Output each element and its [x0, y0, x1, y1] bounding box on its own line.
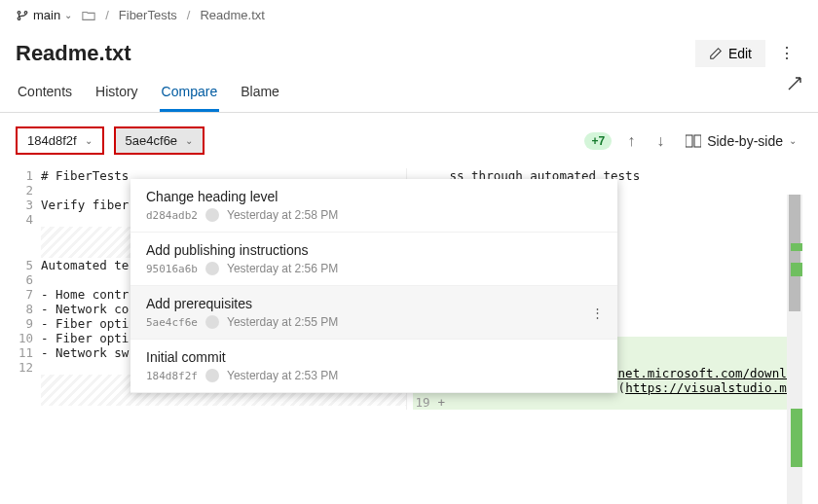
title-row: Readme.txt Edit ⋮	[0, 30, 818, 72]
svg-rect-1	[694, 135, 701, 147]
chevron-down-icon: ⌄	[64, 10, 72, 20]
commit-more-button[interactable]: ⋮	[591, 306, 604, 320]
commit-meta: 184d8f2f Yesterday at 2:53 PM	[146, 369, 602, 382]
diff-count-badge: +7	[584, 132, 612, 150]
edit-label: Edit	[728, 46, 752, 61]
tab-compare[interactable]: Compare	[160, 78, 220, 112]
commit-title: Add prerequisites	[146, 296, 602, 311]
commit-time: Yesterday at 2:55 PM	[227, 315, 338, 329]
commit-hash: d284adb2	[146, 209, 198, 222]
line-code	[450, 395, 803, 410]
breadcrumb-file[interactable]: Readme.txt	[200, 8, 264, 22]
scrollbar-thumb[interactable]	[789, 195, 800, 311]
commit-option[interactable]: Add prerequisites 5ae4cf6e Yesterday at …	[130, 286, 617, 340]
from-commit-selector[interactable]: 184d8f2f ⌄	[16, 126, 104, 155]
commit-meta: 5ae4cf6e Yesterday at 2:55 PM	[146, 315, 602, 329]
breadcrumb-folder[interactable]: FiberTests	[119, 8, 177, 22]
more-menu-button[interactable]: ⋮	[771, 38, 802, 68]
tab-bar: Contents History Compare Blame	[0, 72, 818, 113]
line-number: 6	[16, 272, 41, 287]
commit-time: Yesterday at 2:56 PM	[227, 262, 338, 275]
view-mode-label: Side-by-side	[707, 133, 783, 149]
line-number: 3	[16, 198, 41, 212]
avatar-icon	[205, 315, 219, 329]
breadcrumb-separator: /	[105, 8, 109, 22]
arrow-up-icon: ↑	[627, 132, 635, 149]
scrollbar-added-marker	[791, 243, 802, 251]
diff-marker: +	[438, 395, 450, 410]
commit-title: Change heading level	[146, 189, 602, 204]
arrow-down-icon: ↓	[656, 132, 664, 149]
commit-hash: 184d8f2f	[146, 370, 198, 382]
compare-toolbar: 184d8f2f ⌄ 5ae4cf6e ⌄ +7 ↑ ↓ Side-by-sid…	[0, 113, 818, 168]
diff-line: 19+	[413, 395, 803, 410]
diff-scrollbar[interactable]	[787, 195, 802, 504]
avatar-icon	[205, 369, 219, 382]
tab-history[interactable]: History	[93, 78, 140, 112]
branch-name: main	[33, 8, 60, 22]
line-number: 7	[16, 287, 41, 302]
line-number: 11	[16, 345, 41, 360]
line-number: 10	[16, 331, 41, 345]
chevron-down-icon: ⌄	[85, 135, 93, 146]
commit-hash: 5ae4cf6e	[146, 316, 198, 329]
svg-rect-0	[686, 135, 692, 147]
branch-selector[interactable]: main ⌄	[16, 8, 72, 22]
commit-time: Yesterday at 2:58 PM	[227, 208, 338, 222]
line-number: 4	[16, 212, 41, 227]
branch-icon	[16, 9, 29, 22]
line-number: 19	[413, 395, 438, 410]
line-number: 5	[16, 258, 41, 272]
pencil-icon	[709, 47, 723, 60]
chevron-down-icon: ⌄	[789, 135, 797, 146]
commit-time: Yesterday at 2:53 PM	[227, 369, 338, 382]
commit-hash: 95016a6b	[146, 263, 198, 275]
commit-meta: 95016a6b Yesterday at 2:56 PM	[146, 262, 602, 275]
fullscreen-button[interactable]	[787, 76, 802, 91]
side-by-side-icon	[686, 134, 701, 148]
tab-blame[interactable]: Blame	[239, 78, 281, 112]
line-number: 2	[16, 183, 41, 198]
commit-meta: d284adb2 Yesterday at 2:58 PM	[146, 208, 602, 222]
folder-icon[interactable]	[82, 9, 95, 22]
line-number: 12	[16, 360, 41, 375]
commit-option[interactable]: Add publishing instructions 95016a6b Yes…	[130, 233, 617, 286]
page-title: Readme.txt	[16, 41, 695, 66]
avatar-icon	[205, 262, 219, 275]
commit-dropdown: Change heading level d284adb2 Yesterday …	[130, 179, 617, 393]
edit-button[interactable]: Edit	[695, 40, 765, 67]
breadcrumb-separator: /	[187, 8, 191, 22]
tab-contents[interactable]: Contents	[16, 78, 74, 112]
avatar-icon	[205, 208, 219, 222]
expand-icon	[787, 76, 802, 91]
to-commit-hash: 5ae4cf6e	[126, 133, 178, 148]
prev-diff-button[interactable]: ↑	[621, 128, 641, 154]
commit-title: Add publishing instructions	[146, 242, 602, 258]
more-vert-icon: ⋮	[779, 45, 795, 61]
scrollbar-added-marker	[791, 263, 802, 276]
commit-title: Initial commit	[146, 349, 602, 365]
commit-option[interactable]: Change heading level d284adb2 Yesterday …	[130, 179, 617, 233]
to-commit-selector[interactable]: 5ae4cf6e ⌄	[114, 126, 205, 155]
chevron-down-icon: ⌄	[185, 135, 193, 146]
view-mode-selector[interactable]: Side-by-side ⌄	[680, 129, 802, 153]
line-number: 1	[16, 168, 41, 183]
scrollbar-added-marker	[791, 409, 802, 467]
commit-option[interactable]: Initial commit 184d8f2f Yesterday at 2:5…	[130, 340, 617, 393]
from-commit-hash: 184d8f2f	[27, 133, 77, 148]
line-number: 8	[16, 302, 41, 316]
breadcrumb: main ⌄ / FiberTests / Readme.txt	[0, 0, 818, 30]
line-number: 9	[16, 316, 41, 331]
next-diff-button[interactable]: ↓	[651, 128, 670, 154]
